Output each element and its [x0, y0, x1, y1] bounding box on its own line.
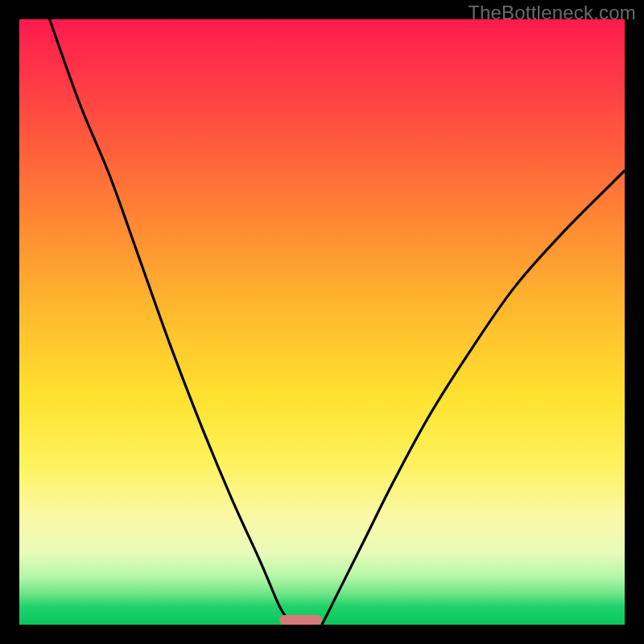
plot-frame — [19, 19, 625, 625]
left-curve — [50, 19, 292, 625]
bottleneck-marker — [279, 615, 322, 625]
right-curve — [322, 171, 625, 625]
watermark-text: TheBottleneck.com — [468, 2, 636, 24]
curves-svg — [19, 19, 625, 625]
